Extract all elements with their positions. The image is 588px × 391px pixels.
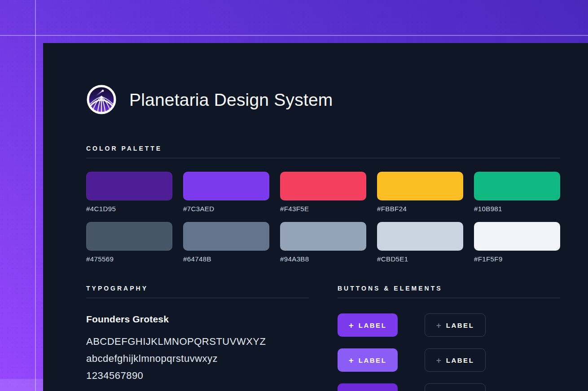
color-swatch bbox=[86, 222, 172, 251]
guide-line-vertical bbox=[35, 0, 36, 391]
color-swatch-hex-label: #F1F5F9 bbox=[474, 255, 560, 263]
color-swatch bbox=[377, 172, 463, 200]
color-swatch bbox=[183, 222, 269, 251]
outline-label-button[interactable]: + LABEL bbox=[425, 313, 486, 337]
button-label: LABEL bbox=[446, 321, 474, 329]
section-divider bbox=[86, 298, 309, 298]
typography-section: TYPOGRAPHY Founders Grotesk ABCDEFGHIJKL… bbox=[86, 284, 309, 391]
button-row: + LABEL + LABEL bbox=[338, 383, 560, 391]
color-swatch-cell: #7C3AED bbox=[183, 172, 269, 213]
button-label: LABEL bbox=[446, 356, 474, 364]
plus-icon: + bbox=[436, 356, 441, 365]
section-divider bbox=[86, 158, 560, 158]
color-swatch-hex-label: #7C3AED bbox=[183, 205, 269, 213]
section-divider bbox=[338, 298, 560, 298]
color-swatch bbox=[280, 222, 366, 251]
color-swatch-hex-label: #10B981 bbox=[474, 205, 560, 213]
color-swatch-hex-label: #4C1D95 bbox=[86, 205, 172, 213]
filled-label-button[interactable]: + LABEL bbox=[338, 313, 398, 337]
plus-icon: + bbox=[436, 321, 441, 330]
design-system-panel: Planetaria Design System COLOR PALETTE #… bbox=[43, 43, 588, 391]
color-swatch bbox=[474, 222, 560, 251]
button-label: LABEL bbox=[359, 356, 387, 364]
button-label: LABEL bbox=[359, 321, 387, 329]
buttons-section: BUTTONS & ELEMENTS + LABEL + LABEL + LAB… bbox=[338, 284, 560, 391]
font-name: Founders Grotesk bbox=[86, 313, 309, 325]
color-swatch-cell: #F43F5E bbox=[280, 172, 366, 213]
button-row: + LABEL + LABEL bbox=[338, 313, 560, 337]
typography-heading: TYPOGRAPHY bbox=[86, 284, 309, 293]
color-swatch bbox=[183, 172, 269, 200]
plus-icon: + bbox=[349, 321, 354, 330]
color-swatch-cell: #64748B bbox=[183, 222, 269, 263]
color-swatch-hex-label: #64748B bbox=[183, 255, 269, 263]
outline-label-button[interactable]: + LABEL bbox=[425, 383, 486, 391]
outline-label-button[interactable]: + LABEL bbox=[425, 348, 486, 372]
color-palette-section: COLOR PALETTE #4C1D95 #7C3AED #F43F5E #F… bbox=[86, 144, 560, 263]
color-swatch-cell: #F1F5F9 bbox=[474, 222, 560, 263]
specimen-lowercase: abcdefghijklmnopqrstuvwxyz bbox=[86, 350, 309, 367]
plus-icon: + bbox=[349, 356, 354, 365]
specimen-numerals: 1234567890 bbox=[86, 367, 309, 384]
button-rows: + LABEL + LABEL + LABEL + LABEL + LABEL … bbox=[338, 313, 560, 391]
color-swatch-hex-label: #475569 bbox=[86, 255, 172, 263]
filled-label-button[interactable]: + LABEL bbox=[338, 348, 398, 372]
filled-label-button[interactable]: + LABEL bbox=[338, 383, 398, 391]
page-title: Planetaria Design System bbox=[129, 91, 333, 109]
planetaria-logo-icon bbox=[86, 84, 117, 115]
page-background: Planetaria Design System COLOR PALETTE #… bbox=[0, 0, 588, 391]
color-swatch bbox=[86, 172, 172, 200]
guide-line-horizontal bbox=[0, 35, 588, 36]
color-swatch bbox=[280, 172, 366, 200]
color-swatch-cell: #475569 bbox=[86, 222, 172, 263]
header: Planetaria Design System bbox=[86, 84, 333, 115]
background-accent-band bbox=[0, 379, 43, 391]
color-palette-heading: COLOR PALETTE bbox=[86, 144, 560, 153]
color-swatch bbox=[377, 222, 463, 251]
type-specimen: ABCDEFGHIJKLMNOPQRSTUVWXYZ abcdefghijklm… bbox=[86, 333, 309, 384]
swatch-grid: #4C1D95 #7C3AED #F43F5E #FBBF24 #10B981 … bbox=[86, 172, 560, 263]
color-swatch-cell: #4C1D95 bbox=[86, 172, 172, 213]
lower-sections: TYPOGRAPHY Founders Grotesk ABCDEFGHIJKL… bbox=[86, 284, 560, 391]
color-swatch-hex-label: #F43F5E bbox=[280, 205, 366, 213]
color-swatch-cell: #FBBF24 bbox=[377, 172, 463, 213]
color-swatch-cell: #94A3B8 bbox=[280, 222, 366, 263]
buttons-heading: BUTTONS & ELEMENTS bbox=[338, 284, 560, 293]
color-swatch-hex-label: #CBD5E1 bbox=[377, 255, 463, 263]
color-swatch-hex-label: #94A3B8 bbox=[280, 255, 366, 263]
color-swatch-cell: #CBD5E1 bbox=[377, 222, 463, 263]
button-row: + LABEL + LABEL bbox=[338, 348, 560, 372]
color-swatch-hex-label: #FBBF24 bbox=[377, 205, 463, 213]
color-swatch bbox=[474, 172, 560, 200]
color-swatch-cell: #10B981 bbox=[474, 172, 560, 213]
specimen-uppercase: ABCDEFGHIJKLMNOPQRSTUVWXYZ bbox=[86, 333, 309, 350]
